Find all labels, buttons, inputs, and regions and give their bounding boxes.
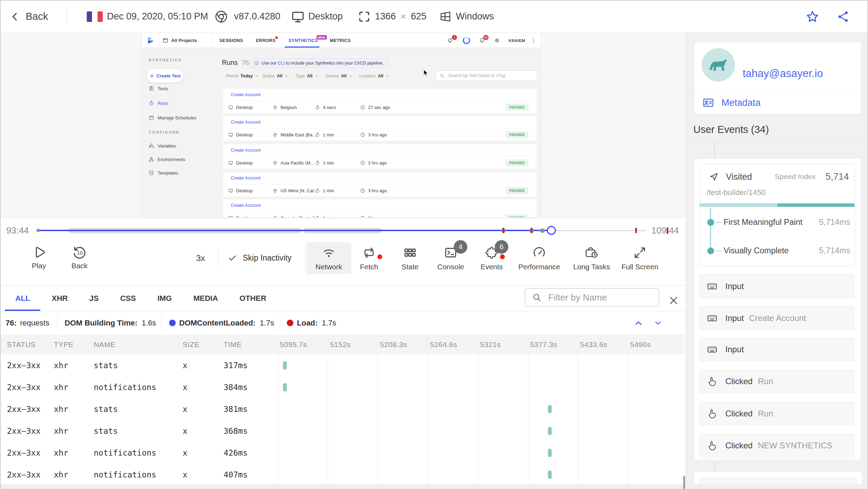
network-tab-media[interactable]: MEDIA — [193, 286, 218, 311]
panel-label: Long Tasks — [573, 263, 610, 271]
user-event-clicked[interactable]: ClickedNEW SYNTHETICS — [699, 433, 855, 457]
panel-label: Events — [481, 263, 503, 271]
run-test-name-link[interactable]: Create Account — [231, 203, 260, 208]
run-test-name-link[interactable]: Create Account — [231, 148, 260, 153]
timeline-progress — [37, 230, 551, 231]
close-icon[interactable] — [668, 295, 679, 306]
run-duration-label: 1 min — [323, 188, 334, 193]
chevron-down-icon — [255, 74, 259, 78]
metadata-button[interactable]: Metadata — [694, 91, 861, 114]
run-card: Create AccountDesktopAsia Pacific (M...1… — [223, 144, 537, 169]
user-email[interactable]: tahay@asayer.io — [743, 67, 823, 80]
network-tab-other[interactable]: OTHER — [240, 286, 266, 311]
back-10-seconds-button[interactable]: 10 Back — [69, 242, 90, 273]
chevron-down-icon[interactable] — [653, 319, 662, 328]
sidebar-item-variables[interactable]: Variables — [149, 141, 176, 150]
panel-label: Console — [437, 263, 464, 271]
panel-button-network[interactable]: Network — [306, 242, 351, 274]
user-event-input[interactable]: InputCreate Account — [699, 306, 855, 330]
visited-url: /test-builder/1450 — [707, 188, 766, 197]
user-event-clicked[interactable]: ClickedRun — [699, 369, 855, 393]
test-search-input[interactable] — [448, 73, 533, 78]
replay-tab-sessions[interactable]: SESSIONS — [219, 33, 243, 48]
network-tab-img[interactable]: IMG — [157, 286, 172, 311]
summary-metric: DOM Building Time: 1.6s — [65, 311, 156, 335]
playback-speed-button[interactable]: 3x — [196, 253, 205, 263]
panel-button-events[interactable]: 6Events — [469, 242, 514, 274]
more-menu-button[interactable] — [531, 33, 536, 48]
replay-tab-errors[interactable]: ERRORS — [256, 33, 276, 48]
os-label: Windows — [456, 11, 494, 22]
skip-inactivity-toggle[interactable]: Skip Inactivity — [228, 253, 292, 263]
filter-value: All — [378, 74, 383, 78]
run-test-name-link[interactable]: Create Account — [231, 120, 260, 125]
country-flag-france — [87, 0, 103, 33]
run-test-name-link[interactable]: Create Account — [231, 92, 260, 97]
network-tab-js[interactable]: JS — [89, 286, 99, 311]
sidebar-item-tests[interactable]: Tests — [149, 84, 168, 93]
topbar-divider — [67, 9, 67, 24]
panel-button-performance[interactable]: Performance — [517, 242, 562, 274]
sidebar-item-templates[interactable]: Templates — [149, 168, 178, 177]
visited-event-card[interactable]: Visited Speed Index 5,714 /test-builder/… — [699, 164, 855, 266]
panel-icon-wrap: 4 — [443, 245, 458, 260]
favorite-star-button[interactable] — [806, 0, 819, 33]
back-button[interactable]: Back — [10, 0, 48, 33]
request-row[interactable]: 2xx–3xxxhrnotificationsx407ms — [0, 464, 684, 484]
request-row[interactable]: 2xx–3xxxhrstatsx317ms — [0, 354, 684, 376]
request-row[interactable]: 2xx–3xxxhrstatsx381ms — [0, 398, 684, 420]
resolution-info: 1366 × 625 — [358, 0, 426, 33]
panel-button-full-screen[interactable]: Full Screen — [617, 242, 662, 274]
request-row[interactable]: 2xx–3xxxhrnotificationsx426ms — [0, 442, 684, 464]
share-button[interactable] — [837, 0, 850, 33]
filter-status[interactable]: StatusAll — [262, 73, 289, 79]
network-filter-input[interactable] — [548, 292, 652, 303]
sidebar-item-runs[interactable]: Runs — [149, 99, 168, 108]
request-row[interactable]: 2xx–3xxxhrnotificationsx384ms — [0, 376, 684, 398]
app-logo-icon[interactable] — [146, 36, 156, 45]
run-row[interactable]: DesktopUS West (N. Cal...1 min3 hrs agoP… — [223, 184, 537, 197]
run-test-name-link[interactable]: Create Account — [231, 176, 260, 180]
user-menu[interactable]: KRAIEM — [509, 33, 525, 48]
replay-tab-metrics[interactable]: METRICS — [330, 33, 351, 48]
filter-device[interactable]: DeviceAll — [326, 73, 353, 79]
request-row[interactable]: 2xx–3xxxhrstatsx368ms — [0, 420, 684, 442]
user-event-clicked[interactable]: ClickedRun — [699, 402, 855, 425]
request-cell: notifications — [94, 442, 156, 464]
filter-location[interactable]: LocationAll — [359, 73, 390, 79]
cli-link[interactable]: CLI — [278, 61, 284, 66]
dots-vertical-icon — [531, 37, 536, 43]
run-row[interactable]: DesktopMiddle East (Ba...1 min3 hrs agoP… — [223, 128, 537, 141]
filter-type[interactable]: TypeAll — [295, 73, 319, 79]
user-event-input[interactable]: Input — [699, 274, 855, 298]
timeline-playhead[interactable] — [547, 226, 556, 235]
replay-tab-synthetics[interactable]: SYNTHETICSNEW — [289, 33, 318, 48]
create-test-button[interactable]: Create Test — [147, 69, 183, 83]
network-panel: ALLXHRJSCSSIMGMEDIAOTHER 76:requests DOM… — [0, 285, 686, 484]
sidebar-scrollbar-thumb[interactable] — [683, 476, 685, 489]
desktop-small — [228, 188, 233, 193]
settings-button[interactable] — [494, 33, 500, 48]
panel-button-fetch[interactable]: Fetch — [347, 242, 392, 274]
play-button[interactable]: Play — [28, 242, 49, 273]
panel-button-state[interactable]: State — [387, 242, 433, 274]
notifications-button[interactable]: 33 — [479, 33, 485, 48]
chevron-up-icon[interactable] — [634, 319, 643, 328]
announcements-button[interactable]: 1 — [447, 33, 454, 48]
sidebar-item-manage-schedules[interactable]: Manage Schedules — [149, 113, 196, 122]
network-tab-xhr[interactable]: XHR — [52, 286, 68, 311]
panel-button-long-tasks[interactable]: Long Tasks — [569, 242, 614, 274]
user-event-input[interactable]: Input — [699, 337, 855, 361]
timeline-track[interactable] — [37, 221, 646, 239]
filter-period[interactable]: PeriodToday — [226, 73, 259, 79]
panel-button-console[interactable]: 4Console — [428, 242, 473, 274]
panel-icon-wrap — [362, 245, 376, 260]
network-tab-all[interactable]: ALL — [15, 286, 30, 311]
back-label: Back — [26, 11, 48, 22]
run-row[interactable]: DesktopCanada (Central)1 min3 hrs agoPAS… — [223, 211, 537, 217]
sidebar-item-environments[interactable]: Environments — [149, 155, 185, 164]
run-row[interactable]: DesktopBelgium4 secs27 sec agoPASSED — [223, 101, 537, 114]
run-row[interactable]: DesktopAsia Pacific (M...1 min3 hrs agoP… — [223, 156, 537, 169]
panel-count-badge: 4 — [454, 240, 467, 254]
network-tab-css[interactable]: CSS — [120, 286, 136, 311]
